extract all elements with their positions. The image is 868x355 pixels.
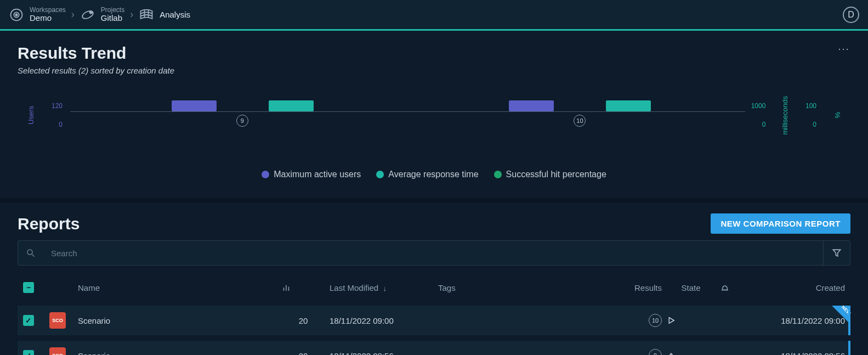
project-icon: [80, 7, 95, 22]
baseline: [70, 111, 745, 112]
analysis-label: Analysis: [160, 10, 190, 19]
breadcrumb: Workspaces Demo › Projects Gitlab ›: [9, 7, 190, 23]
y-axis-pct-ticks: 100 0: [798, 85, 824, 145]
play-icon[interactable]: [666, 315, 716, 325]
cell-count: 20: [281, 316, 325, 325]
bar-users: [509, 100, 554, 111]
scenario-icon: SCO: [49, 312, 66, 329]
panel-divider: [0, 198, 868, 202]
trend-title: Results Trend: [18, 44, 174, 63]
swatch-icon: [494, 171, 502, 178]
y-axis-ms-label: milliseconds: [781, 96, 789, 135]
svg-point-2: [15, 14, 18, 16]
breadcrumb-analysis[interactable]: Analysis: [139, 7, 190, 22]
cell-last-modified: 18/11/2022 09:00: [330, 316, 434, 325]
y-tick: 0: [805, 121, 816, 128]
search-icon: [18, 248, 43, 258]
x-tick: 10: [574, 115, 586, 127]
y-axis-ms-ticks: 1000 0: [745, 85, 771, 145]
cell-results: 9: [607, 349, 662, 355]
new-ribbon: NEW: [832, 306, 850, 324]
cell-results: 10: [607, 314, 662, 327]
svg-point-5: [27, 250, 32, 255]
topbar: Workspaces Demo › Projects Gitlab ›: [0, 0, 868, 31]
col-state[interactable]: State: [666, 283, 716, 292]
y-axis-ms: milliseconds: [771, 85, 798, 145]
col-created[interactable]: Created: [757, 283, 845, 292]
row-checkbox[interactable]: [23, 350, 34, 355]
y-tick: 0: [751, 121, 766, 128]
workspace-value: Demo: [30, 14, 66, 23]
y-axis-users: Users: [18, 85, 44, 145]
y-tick: 0: [52, 121, 63, 128]
legend-label: Successful hit percentage: [506, 170, 606, 179]
y-axis-users-label: Users: [27, 106, 35, 125]
y-axis-users-ticks: 120 0: [44, 85, 70, 145]
workspace-label: Workspaces: [30, 7, 66, 14]
legend-item[interactable]: Successful hit percentage: [494, 170, 606, 179]
col-bell-icon[interactable]: [720, 283, 753, 292]
table-row[interactable]: SCO Scenario 20 18/11/2022 09:00 10 18/1…: [18, 306, 850, 335]
cell-last-modified: 18/11/2022 08:56: [330, 351, 434, 356]
scenario-icon: SCO: [49, 347, 66, 355]
plot-area: 9 10: [70, 85, 745, 145]
reports-header: Reports NEW COMPARISON REPORT: [0, 202, 868, 240]
y-tick: 100: [805, 102, 816, 110]
swatch-icon: [376, 171, 384, 178]
breadcrumb-project[interactable]: Projects Gitlab: [80, 7, 124, 23]
chevron-right-icon: ›: [71, 9, 75, 20]
avatar[interactable]: D: [843, 7, 859, 23]
workspace-icon: [9, 7, 24, 22]
search-bar: [18, 240, 850, 266]
chevron-right-icon: ›: [130, 9, 133, 20]
results-trend-panel: Results Trend Selected results (2) sorte…: [0, 31, 868, 193]
col-results[interactable]: Results: [607, 283, 662, 292]
svg-point-4: [89, 11, 92, 14]
row-checkbox[interactable]: [23, 315, 34, 326]
svg-point-3: [81, 9, 94, 20]
col-chart-icon[interactable]: [281, 283, 325, 292]
filter-icon[interactable]: [823, 241, 850, 265]
project-value: Gitlab: [101, 14, 124, 23]
trend-subtitle: Selected results (2) sorted by creation …: [18, 66, 174, 75]
y-axis-pct-label: %: [833, 112, 842, 119]
cell-created: 18/11/2022 08:56: [757, 351, 845, 356]
reports-title: Reports: [18, 215, 80, 233]
new-comparison-button[interactable]: NEW COMPARISON REPORT: [711, 213, 850, 234]
more-menu-icon[interactable]: ⋮: [837, 44, 850, 56]
legend-item[interactable]: Average response time: [376, 170, 478, 179]
col-name[interactable]: Name: [78, 283, 277, 292]
result-badge: 9: [649, 349, 662, 355]
col-last-modified[interactable]: Last Modified ↓: [330, 283, 434, 292]
col-tags[interactable]: Tags: [438, 283, 603, 292]
result-badge: 10: [649, 314, 662, 327]
project-label: Projects: [101, 7, 124, 14]
cell-name: Scenario: [78, 316, 277, 325]
legend-item[interactable]: Maximum active users: [262, 170, 361, 179]
cell-count: 20: [281, 351, 325, 356]
reports-table: Name Last Modified ↓ Tags Results State …: [18, 275, 850, 355]
select-all-checkbox[interactable]: [23, 282, 34, 293]
bar-response: [269, 100, 314, 111]
eject-icon[interactable]: [666, 351, 716, 355]
legend-label: Average response time: [388, 170, 478, 179]
y-tick: 1000: [751, 102, 766, 110]
sort-desc-icon: ↓: [383, 284, 387, 292]
cell-name: Scenario: [78, 351, 277, 356]
bar-response: [606, 100, 651, 111]
x-tick: 9: [236, 115, 248, 127]
svg-line-6: [32, 254, 35, 257]
search-input[interactable]: [43, 242, 823, 264]
trend-chart: Users 120 0 9 10: [18, 85, 850, 145]
bar-users: [172, 100, 217, 111]
analysis-icon: [139, 7, 154, 22]
table-header: Name Last Modified ↓ Tags Results State …: [18, 275, 850, 300]
breadcrumb-workspace[interactable]: Workspaces Demo: [9, 7, 66, 23]
y-axis-pct: %: [824, 85, 850, 145]
table-row[interactable]: SCO Scenario 20 18/11/2022 08:56 9 18/11…: [18, 341, 850, 355]
col-last-modified-label: Last Modified: [330, 283, 378, 292]
chart-legend: Maximum active users Average response ti…: [18, 170, 850, 179]
y-tick: 120: [52, 102, 63, 110]
swatch-icon: [262, 171, 269, 178]
legend-label: Maximum active users: [274, 170, 361, 179]
